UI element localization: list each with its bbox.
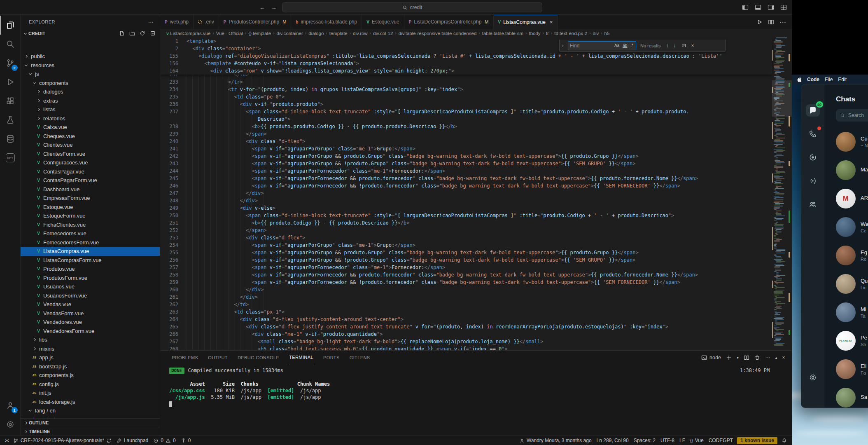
toggle-sidebar-icon[interactable] — [742, 4, 749, 11]
tree-item-fornecedoresform-vue[interactable]: VFornecedoresForm.vue — [21, 238, 160, 247]
gitlens-launchpad-item[interactable]: Launchpad — [114, 436, 151, 445]
history-back-button[interactable]: ← — [259, 4, 265, 11]
tab-impressao-lista-blade-php[interactable]: bimpressao-lista.blade.php — [291, 15, 362, 29]
language-mode-item[interactable]: {} Vue — [688, 436, 706, 445]
chat-list-item-1[interactable]: Ma — [836, 156, 868, 184]
chat-list-item-3[interactable]: WaCe — [836, 213, 868, 241]
known-issue-item[interactable]: 1 known issue — [737, 437, 777, 444]
minimap-slider[interactable] — [772, 80, 792, 117]
panel-tab-gitlens[interactable]: GITLENS — [350, 351, 370, 364]
outline-section[interactable]: OUTLINE — [21, 418, 160, 427]
split-terminal-icon[interactable] — [744, 355, 749, 361]
tree-item-mixins[interactable]: mixins — [21, 344, 160, 354]
breadcrumb-vue-official[interactable]: Vue - Official — [216, 31, 243, 36]
refresh-icon[interactable] — [140, 30, 145, 36]
git-branch-item[interactable]: CRE-2024-0915-PA-Ajustes-pontuais* — [11, 436, 114, 445]
chat-list-item-4[interactable]: EgRo — [836, 241, 868, 269]
tree-item-components-js[interactable]: JScomponents.js — [21, 371, 160, 380]
split-editor-icon[interactable] — [768, 19, 774, 25]
tree-item-extras[interactable]: extras — [21, 96, 160, 105]
tree-item-libs[interactable]: libs — [21, 335, 160, 344]
new-terminal-icon[interactable] — [726, 355, 732, 361]
account-icon[interactable]: 1 — [0, 396, 20, 415]
find-close-button[interactable]: × — [690, 43, 695, 49]
tree-item-config-js[interactable]: JSconfig.js — [21, 380, 160, 389]
problems-item[interactable]: 0 0 — [151, 436, 178, 445]
chats-tab-icon[interactable]: 40 — [806, 104, 820, 117]
tree-item-fornecedores-vue[interactable]: VFornecedores.vue — [21, 229, 160, 238]
run-debug-icon[interactable] — [0, 73, 20, 91]
menu-item-edit[interactable]: Edit — [838, 77, 847, 82]
chat-list-item-7[interactable]: PLANETAPeSh — [836, 326, 868, 355]
chat-search-input[interactable]: Search — [836, 109, 868, 122]
panel-tab-debug-console[interactable]: DEBUG CONSOLE — [238, 351, 279, 364]
tree-item-contaspagar-vue[interactable]: VContasPagar.vue — [21, 167, 160, 176]
remote-indicator[interactable]: >< — [2, 436, 11, 445]
tree-item-listascomprasform-vue[interactable]: VListasComprasForm.vue — [21, 256, 160, 265]
tree-item-dialogos[interactable]: dialogos — [21, 87, 160, 96]
channels-tab-icon[interactable] — [806, 175, 820, 187]
tree-item-local-storage-js[interactable]: JSlocal-storage.js — [21, 398, 160, 407]
breadcrumb-dialogo[interactable]: dialogo — [308, 31, 324, 36]
panel-tab-output[interactable]: OUTPUT — [208, 351, 228, 364]
encoding-item[interactable]: UTF-8 — [658, 436, 677, 445]
tree-item-relatorios[interactable]: relatorios — [21, 114, 160, 123]
breadcrumb-tr[interactable]: tr — [546, 31, 549, 36]
tree-item-vendedoresform-vue[interactable]: VVendedoresForm.vue — [21, 327, 160, 336]
find-next-button[interactable]: ↓ — [672, 43, 677, 49]
breadcrumb-div-container[interactable]: div.container — [276, 31, 303, 36]
calls-tab-icon[interactable] — [806, 128, 820, 140]
status-tab-icon[interactable] — [806, 151, 820, 164]
tab-produtoscontroller-php[interactable]: PProdutosController.phpM — [219, 15, 292, 29]
close-panel-icon[interactable]: × — [782, 355, 785, 361]
breadcrumb-tbody[interactable]: tbody — [529, 31, 540, 36]
tree-item-usuariosform-vue[interactable]: VUsuariosForm.vue — [21, 291, 160, 300]
menu-item-code[interactable]: Code — [807, 77, 819, 82]
chat-list-item-6[interactable]: MiTa — [836, 298, 868, 326]
settings-gear-icon[interactable] — [0, 415, 20, 434]
terminal-output[interactable]: DONECompiled successfully in 15834ms1:38… — [169, 367, 789, 435]
tree-item-init-js[interactable]: JSinit.js — [21, 389, 160, 398]
tree-item-listascompras-vue[interactable]: VListasCompras.vue — [21, 247, 160, 256]
communities-tab-icon[interactable] — [806, 198, 820, 211]
breadcrumb-div[interactable]: div — [593, 31, 599, 36]
terminal-cursor-line[interactable] — [169, 400, 789, 407]
testing-icon[interactable] — [0, 110, 20, 129]
indentation-item[interactable]: Spaces: 2 — [631, 436, 658, 445]
tree-item-estoque-vue[interactable]: VEstoque.vue — [21, 203, 160, 212]
maximize-panel-icon[interactable]: ▴ — [775, 356, 777, 360]
tab-web-php[interactable]: Pweb.php — [160, 15, 194, 29]
regex-button[interactable]: .* — [630, 43, 634, 48]
whole-word-button[interactable]: ab — [622, 43, 628, 48]
breadcrumb-div-col-12[interactable]: div.col-12 — [373, 31, 393, 36]
breadcrumb-div-table-responsive-table-condensed[interactable]: div.table-responsive.table-condensed — [399, 31, 477, 36]
tree-item-configuracoes-vue[interactable]: VConfiguracoes.vue — [21, 158, 160, 167]
panel-tab-problems[interactable]: PROBLEMS — [172, 351, 198, 364]
chat-list-item-9[interactable]: Sa — [836, 383, 868, 408]
tree-item-caixa-vue[interactable]: VCaixa.vue — [21, 123, 160, 132]
git-blame-item[interactable]: Wandry Moura, 3 months ago — [517, 436, 594, 445]
new-folder-icon[interactable] — [129, 30, 135, 36]
tree-item-vendasform-vue[interactable]: VVendasForm.vue — [21, 309, 160, 318]
tab-estoque-vue[interactable]: VEstoque.vue — [362, 15, 404, 29]
eol-item[interactable]: LF — [677, 436, 688, 445]
tab-env[interactable]: .env — [194, 15, 219, 29]
tree-item-cheques-vue[interactable]: VCheques.vue — [21, 132, 160, 141]
search-sidebar-icon[interactable] — [0, 35, 20, 54]
collapse-folders-icon[interactable] — [150, 30, 156, 36]
new-file-icon[interactable] — [119, 30, 125, 36]
find-input[interactable]: Find Aa ab .* — [568, 41, 636, 50]
panel-tab-ports[interactable]: PORTS — [323, 351, 340, 364]
breadcrumb-template[interactable]: {}template — [248, 31, 271, 36]
timeline-section[interactable]: TIMELINE — [21, 427, 160, 436]
explorer-icon[interactable] — [0, 16, 20, 35]
tree-item-dashboard-vue[interactable]: VDashboard.vue — [21, 185, 160, 194]
breadcrumb-td-text-end-px-2[interactable]: td.text-end.px-2 — [554, 31, 587, 36]
tree-item-bootstrap-js[interactable]: JSbootstrap.js — [21, 362, 160, 371]
tree-item-lang-en[interactable]: lang / en — [21, 406, 160, 415]
toggle-panel-icon[interactable] — [755, 4, 761, 11]
source-control-icon[interactable]: 2 — [0, 54, 20, 73]
run-file-icon[interactable] — [756, 19, 763, 25]
tree-item-public[interactable]: public — [21, 52, 160, 61]
customize-layout-icon[interactable] — [780, 4, 787, 11]
